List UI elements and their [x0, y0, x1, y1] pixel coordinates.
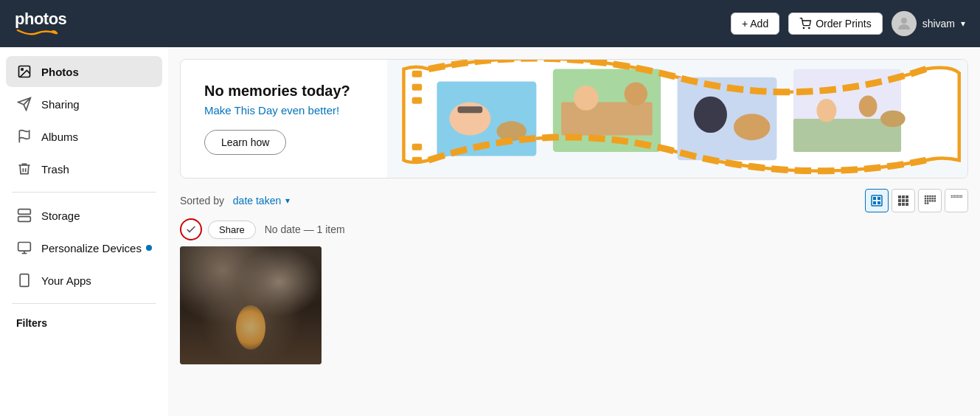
- sidebar-nav: Photos Sharing Albums: [0, 56, 168, 184]
- svg-rect-19: [412, 84, 422, 91]
- sidebar-item-personalize[interactable]: Personalize Devices: [6, 232, 162, 263]
- banner-title: No memories today?: [204, 83, 364, 100]
- sidebar-item-sharing[interactable]: Sharing: [6, 89, 162, 119]
- svg-rect-72: [954, 195, 955, 196]
- svg-rect-54: [927, 195, 928, 197]
- svg-rect-12: [18, 243, 31, 252]
- sort-value: date taken: [233, 195, 281, 207]
- svg-rect-21: [412, 144, 422, 150]
- main-layout: Photos Sharing Albums: [0, 47, 980, 416]
- svg-rect-79: [953, 197, 953, 198]
- svg-rect-74: [957, 195, 958, 196]
- view-tiny-icon: [951, 195, 962, 207]
- sort-control[interactable]: Sorted by date taken ▾: [180, 195, 290, 207]
- sidebar-item-storage[interactable]: Storage: [6, 200, 162, 231]
- monitor-icon: [16, 240, 32, 256]
- svg-rect-53: [925, 195, 926, 197]
- header-actions: + Add Order Prints shivam ▾: [731, 11, 965, 36]
- banner-text: No memories today? Make This Day even be…: [181, 65, 387, 173]
- svg-rect-45: [902, 195, 905, 198]
- view-large-button[interactable]: [865, 189, 889, 212]
- sidebar: Photos Sharing Albums: [0, 47, 168, 416]
- svg-rect-64: [927, 200, 928, 201]
- svg-rect-56: [931, 195, 933, 197]
- svg-rect-68: [925, 202, 926, 204]
- svg-point-1: [809, 27, 810, 28]
- logo-area: photos: [15, 11, 66, 36]
- svg-rect-57: [934, 195, 936, 197]
- svg-rect-70: [951, 195, 952, 196]
- sidebar-utility-nav: Storage Personalize Devices: [0, 200, 168, 296]
- learn-how-button[interactable]: Learn how: [204, 130, 286, 155]
- svg-rect-63: [925, 200, 926, 201]
- svg-rect-65: [929, 200, 931, 201]
- select-all-checkbox[interactable]: [180, 218, 202, 240]
- svg-rect-55: [929, 195, 931, 197]
- svg-rect-58: [925, 198, 926, 199]
- svg-rect-22: [412, 157, 422, 164]
- app-logo: photos: [15, 11, 66, 27]
- svg-rect-40: [873, 197, 876, 200]
- sidebar-label-photos: Photos: [41, 66, 79, 78]
- svg-rect-47: [898, 199, 901, 202]
- svg-rect-78: [951, 197, 952, 198]
- svg-rect-43: [878, 201, 880, 204]
- user-name: shivam: [922, 18, 955, 30]
- svg-rect-82: [957, 197, 958, 198]
- svg-rect-80: [954, 197, 955, 198]
- svg-rect-50: [898, 203, 901, 206]
- view-options: [865, 189, 968, 212]
- trash-icon: [16, 161, 32, 177]
- user-icon: [895, 15, 913, 32]
- svg-rect-18: [412, 71, 422, 77]
- memories-banner: No memories today? Make This Day even be…: [180, 59, 968, 178]
- svg-point-38: [880, 111, 906, 127]
- view-small-button[interactable]: [918, 189, 942, 212]
- svg-rect-62: [934, 198, 936, 199]
- svg-point-29: [574, 86, 599, 111]
- share-icon: [16, 96, 32, 112]
- sidebar-item-photos[interactable]: Photos: [6, 56, 162, 87]
- view-tiny-button[interactable]: [945, 189, 968, 212]
- banner-illustration: [387, 60, 967, 178]
- sidebar-item-your-apps[interactable]: Your Apps: [6, 265, 162, 296]
- svg-rect-67: [934, 200, 936, 201]
- svg-point-2: [901, 18, 907, 24]
- svg-rect-81: [956, 197, 956, 198]
- mobile-icon: [16, 272, 32, 288]
- sidebar-item-trash[interactable]: Trash: [6, 153, 162, 184]
- svg-point-33: [734, 114, 770, 140]
- svg-rect-60: [929, 198, 931, 199]
- add-button[interactable]: + Add: [731, 13, 779, 35]
- user-menu[interactable]: shivam ▾: [892, 11, 965, 36]
- photo-thumbnail[interactable]: [180, 246, 322, 364]
- section-header: Share No date — 1 item: [180, 218, 968, 240]
- svg-rect-44: [898, 195, 901, 198]
- svg-rect-71: [953, 195, 953, 196]
- ceiling-photo: [180, 246, 322, 364]
- cart-icon: [799, 18, 811, 30]
- order-prints-button[interactable]: Order Prints: [788, 13, 882, 35]
- svg-point-32: [694, 97, 727, 133]
- svg-rect-73: [956, 195, 956, 196]
- view-medium-button[interactable]: [892, 189, 915, 212]
- sidebar-label-trash: Trash: [41, 163, 69, 176]
- view-small-icon: [924, 195, 936, 207]
- main-content: No memories today? Make This Day even be…: [168, 47, 980, 416]
- checkmark-icon: [185, 223, 197, 235]
- svg-rect-85: [962, 197, 962, 198]
- album-icon: [16, 128, 32, 145]
- svg-rect-69: [927, 202, 928, 204]
- svg-rect-51: [902, 203, 905, 206]
- svg-rect-84: [960, 197, 961, 198]
- share-button[interactable]: Share: [208, 221, 256, 239]
- svg-point-4: [21, 69, 23, 71]
- svg-rect-20: [412, 97, 422, 104]
- sidebar-item-albums[interactable]: Albums: [6, 121, 162, 152]
- image-icon: [16, 63, 32, 80]
- svg-rect-83: [959, 197, 959, 198]
- sidebar-label-your-apps: Your Apps: [41, 274, 91, 287]
- svg-rect-76: [960, 195, 961, 196]
- sort-chevron-icon: ▾: [285, 195, 290, 206]
- sidebar-divider-2: [12, 303, 156, 304]
